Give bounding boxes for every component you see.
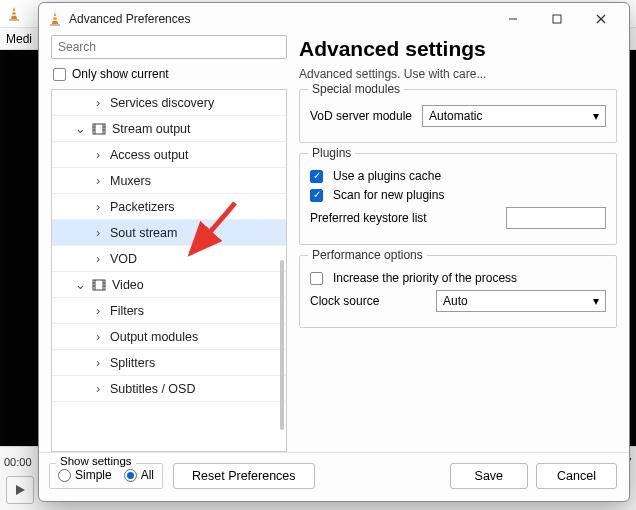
svg-rect-6 [50,24,60,26]
dialog-title: Advanced Preferences [69,12,190,26]
tree-row-label: Sout stream [110,226,177,240]
use-plugins-cache-label: Use a plugins cache [333,169,441,183]
chevron-right-icon[interactable]: › [92,356,104,370]
radio-simple-input[interactable] [58,469,71,482]
tree-row-label: Access output [110,148,189,162]
close-button[interactable] [579,4,623,34]
radio-simple[interactable]: Simple [58,468,112,482]
reset-preferences-button[interactable]: Reset Preferences [173,463,315,489]
vod-module-label: VoD server module [310,109,412,123]
use-plugins-cache-checkbox[interactable] [310,170,323,183]
radio-all-input[interactable] [124,469,137,482]
vlc-cone-icon [6,6,22,22]
vod-module-select[interactable]: Automatic ▾ [422,105,606,127]
tree-row-label: Stream output [112,122,191,136]
tree-row-label: Video [112,278,144,292]
group-legend: Performance options [308,248,427,262]
tree-row-label: VOD [110,252,137,266]
radio-all[interactable]: All [124,468,154,482]
maximize-button[interactable] [535,4,579,34]
tree-row[interactable]: ›Sout stream [52,220,286,246]
elapsed-time: 00:00 [4,456,32,468]
scan-new-plugins-label: Scan for new plugins [333,188,444,202]
tree-row[interactable]: ›Services discovery [52,90,286,116]
tree-row[interactable]: ›Access output [52,142,286,168]
page-subtitle: Advanced settings. Use with care... [299,67,617,81]
only-show-current-row[interactable]: Only show current [51,65,287,83]
tree-row-label: Subtitles / OSD [110,382,195,396]
chevron-right-icon[interactable]: › [92,174,104,188]
menu-item-media[interactable]: Medi [6,32,32,46]
minimize-icon [508,14,518,24]
chevron-down-icon[interactable]: ⌄ [74,277,86,292]
svg-rect-10 [553,15,561,23]
svg-marker-0 [11,7,17,19]
tree-row[interactable]: ⌄Stream output [52,116,286,142]
tree-scrollbar[interactable] [280,260,284,430]
chevron-right-icon[interactable]: › [92,226,104,240]
chevron-down-icon: ▾ [593,109,599,123]
chevron-right-icon[interactable]: › [92,252,104,266]
increase-priority-row[interactable]: Increase the priority of the process [310,271,606,285]
category-tree[interactable]: ›Services discovery⌄Stream output›Access… [51,89,287,452]
increase-priority-label: Increase the priority of the process [333,271,517,285]
tree-row[interactable]: ›Output modules [52,324,286,350]
right-pane: Advanced settings Advanced settings. Use… [299,35,617,452]
svg-rect-1 [9,19,19,21]
group-legend: Plugins [308,146,355,160]
use-plugins-cache-row[interactable]: Use a plugins cache [310,169,606,183]
tree-row[interactable]: ›Splitters [52,350,286,376]
tree-row[interactable]: ›Subtitles / OSD [52,376,286,402]
chevron-right-icon[interactable]: › [92,304,104,318]
tree-row-label: Output modules [110,330,198,344]
tree-row[interactable]: ⌄Video [52,272,286,298]
only-show-current-checkbox[interactable] [53,68,66,81]
page-heading: Advanced settings [299,37,617,61]
tree-row[interactable]: ›VOD [52,246,286,272]
tree-row[interactable]: ›Packetizers [52,194,286,220]
close-icon [596,14,606,24]
scan-new-plugins-row[interactable]: Scan for new plugins [310,188,606,202]
dialog-footer: Show settings Simple All Reset Preferenc… [39,452,629,501]
minimize-button[interactable] [491,4,535,34]
svg-rect-2 [12,11,16,12]
chevron-right-icon[interactable]: › [92,148,104,162]
pref-keystore-label: Preferred keystore list [310,211,427,225]
save-button[interactable]: Save [450,463,529,489]
show-settings-legend: Show settings [56,455,136,467]
group-special-modules: Special modules VoD server module Automa… [299,89,617,143]
chevron-right-icon[interactable]: › [92,96,104,110]
vlc-cone-icon [47,11,63,27]
show-settings-group: Show settings Simple All [49,463,163,489]
only-show-current-label: Only show current [72,67,169,81]
vod-module-value: Automatic [429,109,482,123]
maximize-icon [552,14,562,24]
advanced-preferences-dialog: Advanced Preferences Only show current ›… [38,2,630,502]
chevron-right-icon[interactable]: › [92,200,104,214]
svg-rect-3 [12,14,17,15]
play-button[interactable] [6,476,34,504]
group-plugins: Plugins Use a plugins cache Scan for new… [299,153,617,245]
chevron-right-icon[interactable]: › [92,382,104,396]
clock-source-label: Clock source [310,294,379,308]
tree-row[interactable]: ›Muxers [52,168,286,194]
scan-new-plugins-checkbox[interactable] [310,189,323,202]
clock-source-select[interactable]: Auto ▾ [436,290,606,312]
film-icon [92,278,106,292]
tree-row-label: Muxers [110,174,151,188]
chevron-down-icon: ▾ [593,294,599,308]
chevron-down-icon[interactable]: ⌄ [74,121,86,136]
chevron-right-icon[interactable]: › [92,330,104,344]
svg-marker-4 [16,485,25,495]
dialog-titlebar[interactable]: Advanced Preferences [39,3,629,35]
tree-row[interactable]: ›Filters [52,298,286,324]
svg-rect-8 [53,20,58,21]
pref-keystore-input[interactable] [506,207,606,229]
group-legend: Special modules [308,82,404,96]
search-input[interactable] [51,35,287,59]
cancel-button[interactable]: Cancel [536,463,617,489]
radio-all-label: All [141,468,154,482]
group-performance: Performance options Increase the priorit… [299,255,617,328]
increase-priority-checkbox[interactable] [310,272,323,285]
film-icon [92,122,106,136]
